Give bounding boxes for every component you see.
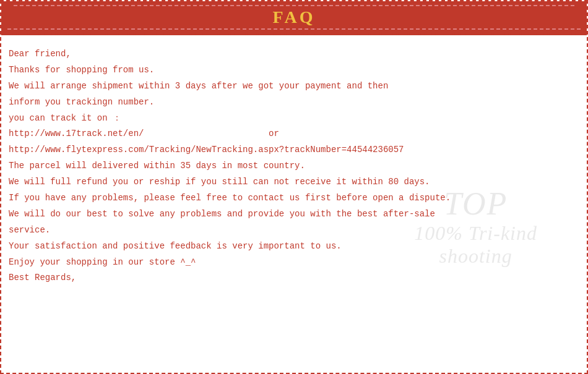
content-line-8: We will full refund you or reship if you… [9, 174, 579, 190]
content-line-7: The parcel will delivered within 35 days… [9, 158, 579, 174]
content-section: TOP 100% Tri-kind shooting Dear friend,T… [1, 35, 587, 292]
content-line-14: Best Regards, [9, 270, 579, 286]
content-line-11: service. [9, 223, 579, 239]
content-line-2: We will arrange shipment within 3 days a… [9, 79, 579, 95]
page-wrapper: FAQ TOP 100% Tri-kind shooting Dear frie… [0, 0, 588, 374]
content-line-4: you can track it on ： [9, 111, 579, 127]
content-line-1: Thanks for shopping from us. [9, 62, 579, 79]
faq-title: FAQ [272, 7, 315, 27]
content-line-3: inform you trackingn number. [9, 95, 579, 111]
content-line-0: Dear friend, [9, 46, 579, 62]
content-line-13: Enjoy your shopping in our store ^_^ [9, 255, 579, 271]
dashed-line-bottom [7, 28, 581, 30]
dashed-line-top [14, 5, 574, 6]
content-line-10: We will do our best to solve any problem… [9, 206, 579, 223]
content-lines: Dear friend,Thanks for shopping from us.… [9, 46, 579, 286]
header-section: FAQ [1, 1, 587, 35]
content-line-12: Your satisfaction and positive feedback … [9, 239, 579, 255]
content-line-9: If you have any problems, please feel fr… [9, 190, 579, 206]
content-line-6: http://www.flytexpress.com/Tracking/NewT… [9, 142, 579, 158]
content-line-5: http://www.17track.net/en/ or [9, 126, 579, 142]
